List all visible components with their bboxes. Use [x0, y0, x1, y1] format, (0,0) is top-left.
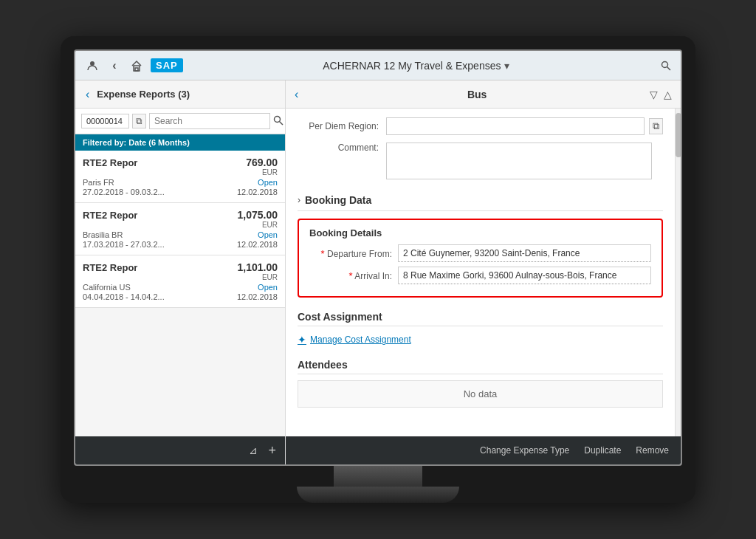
per-diem-copy-button[interactable]: ⧉: [649, 118, 663, 134]
left-panel-title: Expense Reports (3): [97, 89, 190, 100]
stand-neck: [334, 466, 422, 487]
expense-status: Open: [258, 283, 278, 292]
arrival-row: * Arrival In:: [309, 267, 651, 284]
departure-required-star: *: [321, 248, 325, 259]
back-nav-icon[interactable]: ‹: [106, 58, 123, 74]
add-expense-button[interactable]: +: [268, 443, 276, 459]
comment-textarea[interactable]: [386, 143, 652, 179]
change-expense-type-button[interactable]: Change Expense Type: [480, 445, 569, 456]
filter-icon[interactable]: ⊿: [249, 444, 258, 456]
expense-date2: 12.02.2018: [237, 188, 278, 196]
right-footer: Change Expense Type Duplicate Remove: [286, 436, 681, 464]
expense-name: RTE2 Repor: [83, 157, 137, 168]
expense-id: 00000014: [81, 114, 129, 128]
comment-label: Comment:: [298, 143, 386, 153]
svg-point-3: [662, 61, 668, 67]
monitor-stand: [74, 466, 682, 503]
right-panel-title: Bus: [304, 89, 650, 100]
right-panel-header: ‹ Bus ▽ △: [286, 80, 681, 109]
expense-location: Paris FR: [83, 178, 114, 187]
expense-item[interactable]: RTE2 Repor 1,101.00 EUR California US Op…: [75, 255, 285, 308]
search-row: 00000014 ⧉ ↻: [75, 109, 285, 134]
expense-amount: 1,075.00: [238, 209, 278, 221]
left-footer: ⊿ +: [75, 436, 285, 464]
booking-details-box: Booking Details * Departure From:: [298, 219, 663, 298]
sap-logo: SAP: [151, 58, 183, 72]
expense-dates: 17.03.2018 - 27.03.2...: [83, 240, 165, 249]
attendees-title: Attendees: [298, 354, 663, 374]
expense-location: Brasilia BR: [83, 230, 123, 239]
arrival-input[interactable]: [398, 267, 651, 284]
expense-dates: 27.02.2018 - 09.03.2...: [83, 188, 165, 196]
expense-amount: 1,101.00: [238, 261, 278, 273]
scrollbar-track[interactable]: [675, 109, 681, 436]
per-diem-label: Per Diem Region:: [298, 121, 386, 131]
svg-point-0: [90, 61, 94, 66]
expense-currency: EUR: [238, 273, 278, 281]
departure-row: * Departure From:: [309, 244, 651, 262]
main-layout: ‹ Expense Reports (3) 00000014 ⧉ ↻ Filte…: [75, 80, 681, 464]
no-data-label: No data: [298, 380, 663, 408]
arrival-label: * Arrival In:: [309, 270, 398, 281]
manage-cost-icon: ✦: [298, 334, 306, 346]
left-back-button[interactable]: ‹: [83, 88, 92, 101]
sort-icon[interactable]: △: [664, 89, 672, 100]
booking-data-title: Booking Data: [305, 194, 371, 206]
remove-button[interactable]: Remove: [636, 445, 669, 456]
cost-assignment-section: Cost Assignment ✦ Manage Cost Assignment: [298, 306, 663, 347]
svg-rect-2: [135, 68, 138, 71]
copy-id-button[interactable]: ⧉: [132, 114, 146, 128]
right-panel: ‹ Bus ▽ △ Per Diem Region: ⧉: [286, 80, 681, 464]
home-icon[interactable]: [128, 58, 145, 74]
expense-currency: EUR: [246, 168, 278, 176]
user-icon[interactable]: [84, 58, 100, 74]
expense-list: RTE2 Repor 769.00 EUR Paris FR Open 27.0…: [75, 151, 285, 436]
cost-assignment-title: Cost Assignment: [298, 306, 663, 326]
expense-item[interactable]: RTE2 Repor 1,075.00 EUR Brasilia BR Open…: [75, 203, 285, 255]
svg-line-4: [667, 66, 671, 70]
departure-label: * Departure From:: [309, 248, 398, 259]
right-content: Per Diem Region: ⧉ Comment: › Book: [286, 109, 675, 436]
booking-data-section-header: › Booking Data: [298, 187, 663, 211]
filter-badge: Filtered by: Date (6 Months): [75, 134, 285, 151]
expense-item[interactable]: RTE2 Repor 769.00 EUR Paris FR Open 27.0…: [75, 151, 285, 203]
booking-details-title: Booking Details: [309, 227, 651, 238]
svg-point-5: [275, 116, 281, 122]
expense-date2: 12.02.2018: [237, 240, 278, 249]
comment-row: Comment:: [298, 143, 663, 179]
left-panel-header: ‹ Expense Reports (3): [75, 80, 285, 109]
expense-amount: 769.00: [246, 157, 278, 168]
scrollbar-thumb[interactable]: [676, 113, 681, 157]
stand-base: [297, 487, 459, 503]
manage-cost-assignment-link[interactable]: ✦ Manage Cost Assignment: [298, 332, 663, 347]
per-diem-row: Per Diem Region: ⧉: [298, 117, 663, 135]
filter-list-icon[interactable]: ▽: [650, 89, 658, 100]
search-icon[interactable]: [650, 60, 672, 72]
expense-status: Open: [258, 178, 278, 187]
expense-name: RTE2 Repor: [83, 210, 137, 221]
expense-date2: 12.02.2018: [237, 292, 278, 301]
right-back-button[interactable]: ‹: [295, 88, 298, 101]
svg-line-6: [280, 121, 284, 125]
right-header-icons: ▽ △: [650, 89, 672, 100]
expense-status: Open: [258, 230, 278, 239]
search-input[interactable]: [149, 113, 270, 129]
app-title: ACHERNAR 12 My Travel & Expenses ▾: [183, 60, 650, 72]
left-panel: ‹ Expense Reports (3) 00000014 ⧉ ↻ Filte…: [75, 80, 286, 464]
search-button[interactable]: [273, 115, 284, 128]
per-diem-input[interactable]: [386, 117, 645, 135]
top-bar: ‹ SAP ACHERNAR 12 My Travel & Expenses ▾: [75, 51, 681, 80]
arrival-required-star: *: [349, 270, 353, 281]
expense-dates: 04.04.2018 - 14.04.2...: [83, 292, 165, 301]
attendees-section: Attendees No data: [298, 354, 663, 408]
duplicate-button[interactable]: Duplicate: [584, 445, 621, 456]
booking-data-chevron[interactable]: ›: [298, 195, 300, 205]
top-bar-icons: ‹ SAP: [84, 58, 183, 74]
expense-location: California US: [83, 283, 131, 292]
expense-name: RTE2 Repor: [83, 262, 137, 273]
departure-input[interactable]: [398, 244, 651, 262]
expense-currency: EUR: [238, 221, 278, 229]
